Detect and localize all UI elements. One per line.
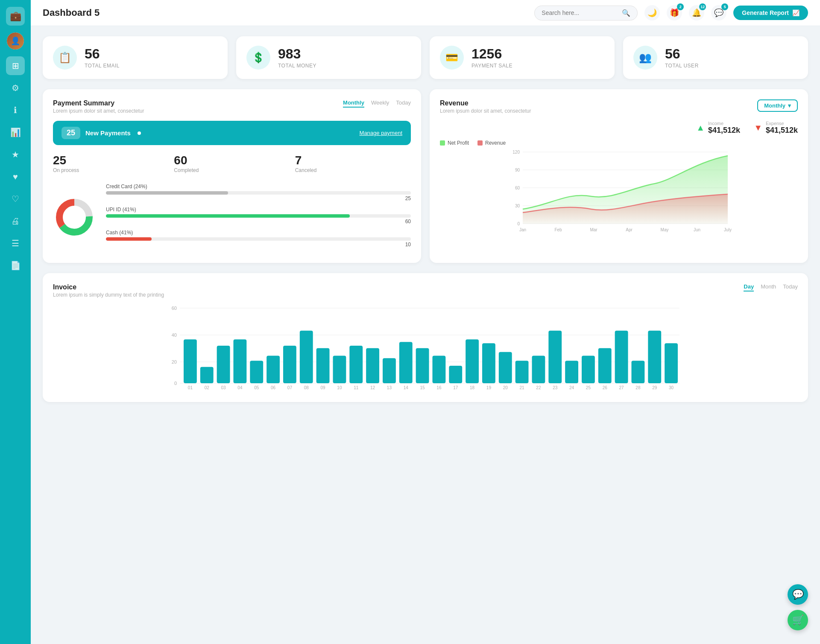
invoice-title: Invoice [53,283,164,291]
sidebar-item-list[interactable]: ☰ [6,234,25,253]
income-icon: ▲ [696,123,705,133]
total-user-icon: 👥 [633,46,657,70]
search-input[interactable] [542,9,618,16]
svg-text:30: 30 [515,204,520,208]
bar-label-credit: Credit Card (24%) [106,184,411,189]
bar-fill-credit [106,191,228,195]
theme-toggle-button[interactable]: 🌙 [644,5,660,20]
sidebar-item-doc[interactable]: 📄 [6,256,25,275]
revenue-subtitle: Lorem ipsum dolor sit amet, consectetur [440,108,531,114]
main-content: Dashboard 5 🔍 🌙 🎁 2 🔔 12 💬 5 Generate Re… [31,0,820,644]
invoice-x-label: 17 [453,385,458,390]
sidebar-item-chart[interactable]: 📊 [6,123,25,142]
total-email-icon: 📋 [53,46,77,70]
invoice-x-label: 06 [271,385,276,390]
bar-row-cash: Cash (41%) 10 [106,230,411,248]
sidebar-avatar[interactable]: 👤 [7,32,24,50]
donut-svg [53,196,96,239]
page-body: 📋 56 TOTAL EMAIL 💲 983 TOTAL MONEY 💳 125… [31,26,820,412]
tab-monthly[interactable]: Monthly [343,99,364,108]
invoice-x-label: 05 [254,385,259,390]
income-amount: $41,512k [708,126,740,135]
invoice-x-label: 23 [553,385,558,390]
svg-text:40: 40 [172,332,177,338]
sidebar-item-info[interactable]: ℹ [6,101,25,119]
invoice-x-label: 13 [387,385,392,390]
tab-today[interactable]: Today [396,99,411,108]
invoice-x-label: 16 [436,385,442,390]
inv-tab-day[interactable]: Day [744,283,754,291]
chat-button[interactable]: 💬 5 [711,5,726,20]
invoice-x-label: 08 [304,385,309,390]
svg-text:Jun: Jun [694,227,700,232]
invoice-x-label: 12 [370,385,375,390]
payment-card-info: Payment Summary Lorem ipsum dolor sit am… [53,99,144,114]
payment-stats-row: 25 On process 60 Completed 7 Canceled [53,154,411,173]
total-user-number: 56 [665,47,699,61]
expense-icon: ▼ [754,123,762,133]
inv-tab-today[interactable]: Today [783,283,798,291]
svg-text:May: May [661,227,669,232]
invoice-x-label: 18 [470,385,475,390]
sidebar-item-heart2[interactable]: ♡ [6,189,25,208]
invoice-x-label: 30 [669,385,674,390]
bar-fill-cash [106,237,152,241]
on-process-label: On process [53,167,169,173]
revenue-dropdown[interactable]: Monthly ▾ [757,99,798,112]
page-title: Dashboard 5 [43,7,100,18]
svg-text:Feb: Feb [554,227,562,232]
gift-button[interactable]: 🎁 2 [667,5,682,20]
total-email-label: TOTAL EMAIL [85,63,120,69]
revenue-title: Revenue [440,99,531,107]
payment-summary-card: Payment Summary Lorem ipsum dolor sit am… [43,89,421,263]
manage-payment-link[interactable]: Manage payment [360,130,402,136]
invoice-x-label: 28 [636,385,641,390]
inv-tab-month[interactable]: Month [761,283,776,291]
stat-card-total-email: 📋 56 TOTAL EMAIL [43,36,228,79]
donut-chart [53,196,96,240]
invoice-bar [449,366,462,383]
invoice-x-label: 01 [188,385,193,390]
sidebar-item-star[interactable]: ★ [6,145,25,164]
invoice-bars-group [184,331,678,383]
svg-text:20: 20 [172,359,177,364]
stat-cards: 📋 56 TOTAL EMAIL 💲 983 TOTAL MONEY 💳 125… [43,36,808,79]
payment-sale-number: 1256 [472,47,512,61]
cart-fab-button[interactable]: 🛒 [788,610,808,630]
invoice-card: Invoice Lorem ipsum is simply dummy text… [43,273,808,402]
sidebar-item-settings[interactable]: ⚙ [6,79,25,97]
completed-number: 60 [174,154,290,167]
invoice-x-label: 15 [420,385,425,390]
invoice-bar [532,356,545,383]
sidebar-item-heart[interactable]: ♥ [6,167,25,186]
new-payments-dot [138,131,141,135]
invoice-chart-svg: 60 40 20 0 01020304050607080910111213141… [53,305,798,390]
sidebar-logo: 💼 [6,7,25,26]
sidebar-item-print[interactable]: 🖨 [6,212,25,230]
invoice-x-label: 29 [652,385,657,390]
bell-badge: 12 [699,3,706,10]
stat-card-total-user: 👥 56 TOTAL USER [623,36,808,79]
invoice-bar [184,339,197,383]
invoice-bar [499,352,512,383]
bell-button[interactable]: 🔔 12 [689,5,704,20]
invoice-bar [283,346,296,383]
invoice-bar [466,339,479,383]
sidebar-item-dashboard[interactable]: ⊞ [6,56,25,75]
payment-bars: Credit Card (24%) 25 UPI ID (41%) 60 [106,184,411,253]
invoice-bar [433,356,446,383]
revenue-dropdown-label: Monthly [764,102,785,109]
invoice-bar [515,361,529,383]
invoice-x-label: 10 [337,385,342,390]
invoice-bar [234,339,247,383]
support-fab-button[interactable]: 💬 [788,584,808,605]
svg-text:60: 60 [172,306,177,311]
invoice-bar [665,343,678,383]
generate-report-button[interactable]: Generate Report 📈 [733,6,808,20]
legend-label-net-profit: Net Profit [448,140,469,146]
payment-sale-label: PAYMENT SALE [472,63,512,69]
stat-card-payment-sale: 💳 1256 PAYMENT SALE [430,36,615,79]
invoice-subtitle: Lorem ipsum is simply dummy text of the … [53,292,164,298]
canceled-label: Canceled [295,167,411,173]
tab-weekly[interactable]: Weekly [371,99,389,108]
